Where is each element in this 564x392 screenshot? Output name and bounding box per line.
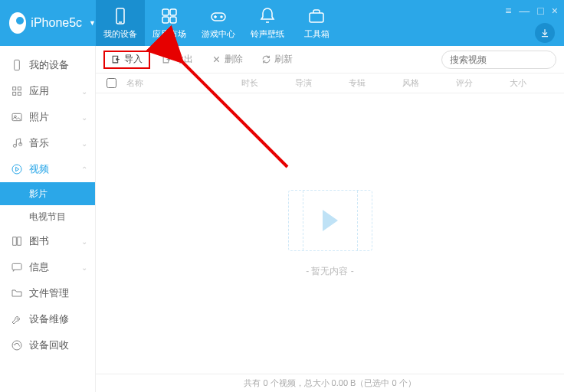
svg-point-9 (221, 16, 222, 18)
chevron-down-icon: ⌄ (81, 113, 87, 122)
status-bar: 共有 0 个视频，总大小 0.00 B（已选中 0 个） (96, 374, 564, 392)
header-tabs: 我的设备 应用市场 游戏中心 铃声壁纸 工具箱 (96, 0, 341, 46)
message-icon (11, 261, 23, 273)
sidebar-item-my-device[interactable]: 我的设备 (0, 52, 95, 78)
refresh-icon (261, 54, 271, 64)
sidebar-item-label: 照片 (29, 110, 49, 124)
export-button[interactable]: 导出 (155, 51, 200, 69)
wrench-icon (11, 313, 23, 325)
tab-toolbox[interactable]: 工具箱 (292, 0, 341, 46)
col-duration[interactable]: 时长 (234, 77, 287, 89)
checkbox[interactable] (107, 78, 116, 88)
maximize-button[interactable]: □ (537, 5, 543, 17)
sidebar-item-books[interactable]: 图书 ⌄ (0, 228, 95, 254)
app-header: iPhone5c ▼ 我的设备 应用市场 游戏中心 铃声壁纸 工具箱 ≡ — □… (0, 0, 564, 46)
sub-item-label: 电视节目 (29, 211, 66, 224)
photo-icon (11, 111, 23, 123)
col-rating[interactable]: 评分 (448, 77, 502, 89)
delete-button[interactable]: 删除 (205, 51, 250, 69)
svg-rect-17 (13, 92, 16, 95)
chevron-down-icon: ⌄ (81, 87, 87, 96)
tab-my-device[interactable]: 我的设备 (96, 0, 145, 46)
sidebar-item-file-manager[interactable]: 文件管理 (0, 280, 95, 306)
svg-rect-0 (116, 8, 124, 24)
empty-state: - 暂无内容 - (96, 93, 564, 374)
status-text: 共有 0 个视频，总大小 0.00 B（已选中 0 个） (244, 377, 415, 389)
svg-rect-6 (212, 13, 225, 21)
svg-rect-25 (12, 263, 21, 270)
empty-video-icon (288, 190, 372, 251)
sidebar-item-label: 设备维修 (29, 312, 69, 326)
svg-marker-24 (16, 167, 19, 171)
svg-rect-4 (162, 17, 169, 23)
sidebar-item-label: 应用 (29, 84, 49, 98)
sidebar-item-label: 音乐 (29, 136, 49, 150)
svg-rect-16 (18, 87, 21, 90)
tab-ringtone-wallpaper[interactable]: 铃声壁纸 (243, 0, 292, 46)
col-album[interactable]: 专辑 (341, 77, 395, 89)
svg-rect-3 (170, 9, 176, 15)
music-icon (11, 137, 23, 149)
sidebar-item-device-repair[interactable]: 设备维修 (0, 306, 95, 332)
tab-label: 工具箱 (304, 28, 330, 40)
sidebar-item-apps[interactable]: 应用 ⌄ (0, 78, 95, 104)
delete-icon (212, 54, 221, 64)
button-label: 导出 (175, 53, 193, 66)
sidebar-sub-tv[interactable]: 电视节目 (0, 205, 95, 228)
select-all-checkbox[interactable] (96, 78, 119, 88)
empty-text: - 暂无内容 - (306, 265, 354, 278)
col-name[interactable]: 名称 (119, 77, 234, 89)
svg-rect-5 (170, 17, 176, 23)
download-icon (539, 28, 550, 38)
sidebar-sub-movies[interactable]: 影片 (0, 182, 95, 205)
window-controls: ≡ — □ × (505, 5, 558, 17)
svg-rect-11 (310, 13, 323, 22)
phone-icon (111, 7, 130, 25)
table-header: 名称 时长 导演 专辑 风格 评分 大小 (96, 74, 564, 93)
toolbar: 导入 导出 删除 刷新 (96, 46, 564, 74)
chevron-down-icon: ⌄ (81, 237, 87, 246)
sidebar-item-video[interactable]: 视频 ⌃ (0, 156, 95, 182)
sidebar-item-music[interactable]: 音乐 ⌄ (0, 130, 95, 156)
sidebar-item-label: 信息 (29, 260, 49, 274)
play-icon (323, 210, 338, 231)
bell-icon (258, 7, 277, 25)
col-size[interactable]: 大小 (502, 77, 548, 89)
minimize-button[interactable]: — (519, 5, 530, 17)
export-icon (162, 54, 172, 64)
device-name: iPhone5c (31, 16, 82, 30)
close-button[interactable]: × (552, 5, 558, 17)
tab-app-market[interactable]: 应用市场 (145, 0, 194, 46)
button-label: 刷新 (274, 53, 293, 66)
download-button[interactable] (535, 23, 555, 43)
sidebar-item-label: 视频 (29, 162, 49, 176)
import-button[interactable]: 导入 (103, 51, 150, 69)
sidebar-item-photos[interactable]: 照片 ⌄ (0, 104, 95, 130)
svg-point-26 (12, 341, 21, 350)
phone-icon (11, 59, 23, 71)
apps-icon (11, 85, 23, 97)
search-input[interactable] (450, 54, 564, 65)
chevron-down-icon: ▼ (89, 19, 96, 27)
svg-rect-2 (162, 9, 169, 15)
tab-game-center[interactable]: 游戏中心 (194, 0, 243, 46)
menu-button[interactable]: ≡ (505, 5, 511, 17)
device-selector[interactable]: iPhone5c ▼ (0, 0, 96, 46)
svg-point-21 (13, 144, 16, 147)
sidebar-item-label: 我的设备 (29, 58, 69, 72)
sidebar-item-label: 图书 (29, 234, 49, 248)
app-logo-icon (9, 12, 26, 34)
sidebar-item-messages[interactable]: 信息 ⌄ (0, 254, 95, 280)
toolbox-icon (307, 7, 326, 25)
refresh-button[interactable]: 刷新 (254, 51, 300, 69)
svg-rect-15 (13, 87, 16, 90)
col-director[interactable]: 导演 (287, 77, 341, 89)
sidebar-item-device-recycle[interactable]: 设备回收 (0, 332, 95, 358)
sub-item-label: 影片 (29, 188, 48, 201)
chevron-down-icon: ⌄ (81, 139, 87, 148)
col-style[interactable]: 风格 (395, 77, 448, 89)
button-label: 删除 (225, 53, 243, 66)
search-box[interactable] (441, 51, 556, 69)
chevron-down-icon: ⌄ (81, 263, 87, 272)
video-icon (11, 163, 23, 175)
